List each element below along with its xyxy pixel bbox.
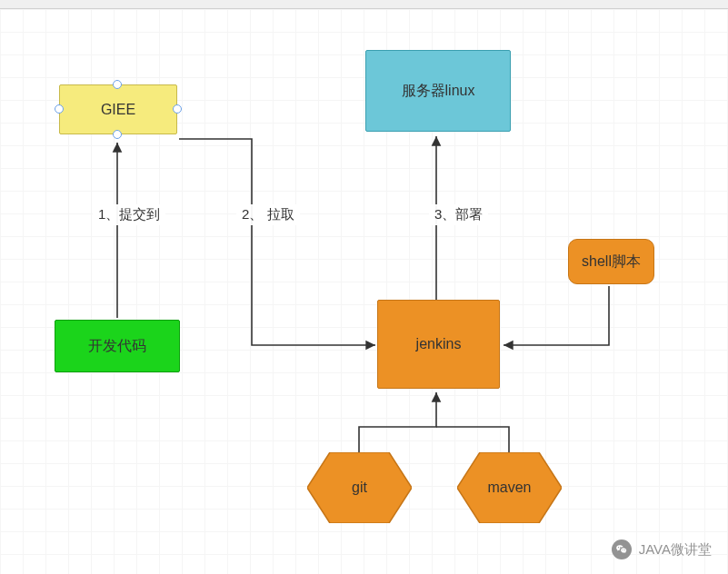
node-git[interactable]: git bbox=[307, 452, 412, 523]
selection-handle[interactable] bbox=[173, 104, 182, 114]
node-shell-label: shell脚本 bbox=[582, 252, 641, 272]
watermark-text: JAVA微讲堂 bbox=[639, 541, 712, 559]
wechat-icon bbox=[612, 539, 632, 559]
node-code[interactable]: 开发代码 bbox=[55, 320, 180, 372]
edge-label-2: 2、 拉取 bbox=[236, 204, 300, 225]
node-code-label: 开发代码 bbox=[88, 337, 146, 356]
selection-handle[interactable] bbox=[55, 104, 64, 114]
selection-handle[interactable] bbox=[113, 80, 122, 89]
node-jenkins-label: jenkins bbox=[416, 336, 462, 352]
node-maven-label: maven bbox=[457, 452, 562, 523]
node-shell[interactable]: shell脚本 bbox=[568, 239, 654, 284]
node-linux[interactable]: 服务器linux bbox=[365, 50, 511, 132]
node-giee[interactable]: GIEE bbox=[59, 84, 177, 134]
node-git-label: git bbox=[307, 452, 412, 523]
node-giee-label: GIEE bbox=[101, 102, 135, 118]
node-jenkins[interactable]: jenkins bbox=[377, 300, 500, 389]
node-maven[interactable]: maven bbox=[457, 452, 562, 523]
selection-handle[interactable] bbox=[113, 130, 122, 139]
edge-label-1: 1、提交到 bbox=[93, 204, 165, 225]
edge-label-3: 3、部署 bbox=[429, 204, 488, 225]
watermark: JAVA微讲堂 bbox=[612, 539, 712, 559]
node-linux-label: 服务器linux bbox=[402, 82, 475, 101]
app-top-bar bbox=[0, 0, 728, 9]
